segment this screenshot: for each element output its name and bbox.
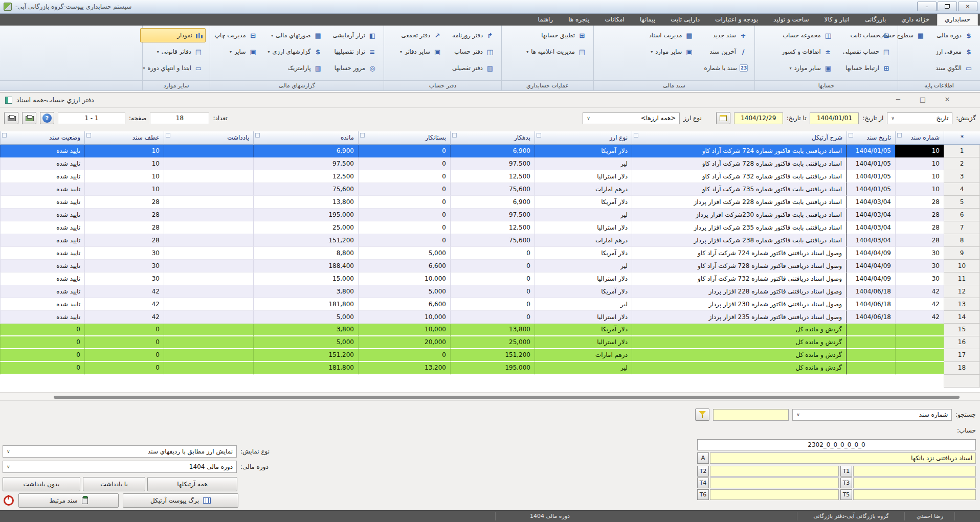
ribbon-button-سایر[interactable]: ▣سایر▾ — [212, 44, 260, 59]
all-articles-button[interactable]: همه آرتیکلها — [147, 477, 237, 491]
cell-status[interactable]: تایید شده — [0, 196, 84, 209]
cell-ref[interactable]: 0 — [84, 336, 164, 349]
cell-desc[interactable]: گردش و مانده کل — [632, 324, 847, 336]
cell-desc[interactable]: وصول اسناد دریافتنی فاکتور شماره 228 افز… — [632, 285, 847, 298]
cell-bal[interactable]: 3,800 — [253, 324, 358, 336]
ribbon-button-تراز تفصیلیها[interactable]: ≡تراز تفصیلیها — [330, 44, 380, 59]
ribbon-button-سایر موارد[interactable]: ▣سایر موارد▾ — [647, 44, 697, 59]
cell-date[interactable]: 1404/01/05 — [847, 183, 895, 196]
exit-button[interactable] — [2, 494, 15, 507]
cell-credit[interactable]: 0 — [358, 145, 450, 157]
cell-desc[interactable]: گردش و مانده کل — [632, 336, 847, 349]
ribbon-button-مدیریت اسناد[interactable]: ▤مدیریت اسناد — [647, 28, 697, 42]
cell-status[interactable]: تایید شده — [0, 234, 84, 247]
table-row[interactable]: 13421404/06/18وصول اسناد دریافتنی فاکتور… — [0, 298, 980, 311]
cell-credit[interactable]: 0 — [358, 170, 450, 183]
ribbon-button-ابتدا و انتهاي دوره[interactable]: ▭ابتدا و انتهاي دوره▾ — [140, 61, 206, 75]
print-preview-button[interactable] — [22, 112, 36, 124]
table-row[interactable]: 17گردش و مانده کلدرهم امارات151,2000151,… — [0, 349, 980, 362]
cell-desc[interactable]: اسناد دریافتنی بابت فاکتور شماره 724 شرک… — [632, 145, 847, 157]
cell-debit[interactable]: 97,500 — [450, 157, 534, 170]
cell-debit[interactable]: 75,600 — [450, 234, 534, 247]
cell-cur[interactable]: درهم امارات — [534, 349, 632, 362]
cell-credit[interactable]: 0 — [358, 183, 450, 196]
cell-docno[interactable] — [895, 362, 944, 375]
cell-bal[interactable]: 8,800 — [253, 247, 358, 260]
cell-ref[interactable]: 42 — [84, 298, 164, 311]
cell-debit[interactable]: 0 — [450, 260, 534, 273]
cell-date[interactable]: 1404/01/05 — [847, 145, 895, 157]
cell-ref[interactable]: 28 — [84, 234, 164, 247]
cell-debit[interactable]: 151,200 — [450, 349, 534, 362]
cell-status[interactable]: تایید شده — [0, 273, 84, 285]
table-row[interactable]: 1101404/01/05اسناد دریافتنی بابت فاکتور … — [0, 145, 980, 157]
cell-docno[interactable] — [895, 349, 944, 362]
account-a-field[interactable]: اسناد دریافتنی نزد بانکها — [710, 452, 976, 464]
column-header-debit[interactable]: بدهکار — [450, 131, 534, 145]
ribbon-button-صورتهاي مالی[interactable]: ▤صورتهاي مالی▾ — [265, 28, 325, 42]
ribbon-button-معرفی ارز[interactable]: $معرفی ارز — [933, 44, 976, 59]
cell-docno[interactable]: 30 — [895, 273, 944, 285]
menu-tab-بازرگانی[interactable]: بازرگانی — [857, 14, 894, 26]
ribbon-button-مجموعه حساب[interactable]: ◫مجموعه حساب — [779, 28, 835, 42]
cell-status[interactable]: تایید شده — [0, 260, 84, 273]
cell-date[interactable] — [847, 336, 895, 349]
cell-desc[interactable]: وصول اسناد دریافتنی فاکتور شماره 230 افز… — [632, 298, 847, 311]
search-field-combo[interactable]: شماره سند ∨ — [792, 409, 952, 421]
ribbon-button-مرور حسابها[interactable]: ◎مرور حسابها — [330, 61, 380, 75]
cell-num[interactable]: 1 — [944, 145, 980, 157]
cell-note[interactable] — [164, 311, 253, 324]
cell-date[interactable]: 1404/06/18 — [847, 285, 895, 298]
cell-note[interactable] — [164, 209, 253, 221]
cell-desc[interactable]: اسناد دریافتنی بابت فاکتور شماره 735 شرک… — [632, 183, 847, 196]
cell-num[interactable]: 18 — [944, 362, 980, 375]
table-row[interactable]: 11301404/04/09وصول اسناد دریافتنی فاکتور… — [0, 273, 980, 285]
cell-debit[interactable]: 75,600 — [450, 183, 534, 196]
menu-tab-امکانات[interactable]: امکانات — [597, 14, 632, 26]
cell-note[interactable] — [164, 145, 253, 157]
cell-note[interactable] — [164, 260, 253, 273]
ribbon-button-دفتر روزنامه[interactable]: ↱دفتر روزنامه — [450, 28, 497, 42]
cell-bal[interactable]: 12,500 — [253, 170, 358, 183]
cell-cur[interactable]: دلار استرالیا — [534, 221, 632, 234]
menu-tab-راهنما[interactable]: راهنما — [530, 14, 561, 26]
cell-num[interactable]: 5 — [944, 196, 980, 209]
cell-num[interactable]: 11 — [944, 273, 980, 285]
cell-num[interactable]: 16 — [944, 336, 980, 349]
horizontal-scrollbar[interactable] — [0, 392, 980, 401]
cell-cur[interactable]: درهم امارات — [534, 183, 632, 196]
cell-status[interactable]: تایید شده — [0, 157, 84, 170]
cell-docno[interactable]: 10 — [895, 145, 944, 157]
cell-num[interactable]: 8 — [944, 234, 980, 247]
ribbon-button-نمودار[interactable]: نمودار — [140, 28, 206, 42]
cell-ref[interactable]: 30 — [84, 247, 164, 260]
cell-ref[interactable]: 28 — [84, 196, 164, 209]
cell-cur[interactable]: دلار استرالیا — [534, 336, 632, 349]
cell-ref[interactable]: 0 — [84, 362, 164, 375]
fiscal-period-combo[interactable]: دوره مالی 1404 ∨ — [3, 461, 237, 473]
cell-date[interactable]: 1404/06/18 — [847, 311, 895, 324]
cell-note[interactable] — [164, 234, 253, 247]
cell-bal[interactable]: 25,000 — [253, 221, 358, 234]
column-header-docno[interactable]: شماره سند — [895, 131, 944, 145]
cell-note[interactable] — [164, 273, 253, 285]
cell-date[interactable] — [847, 362, 895, 375]
menu-tab-پنجره ها[interactable]: پنجره ها — [561, 14, 597, 26]
cell-debit[interactable]: 25,000 — [450, 336, 534, 349]
cell-docno[interactable]: 10 — [895, 170, 944, 183]
cell-note[interactable] — [164, 285, 253, 298]
cell-bal[interactable]: 195,000 — [253, 209, 358, 221]
ribbon-button-گزارشهاي ارزي[interactable]: $گزارشهاي ارزي▾ — [265, 44, 325, 59]
cell-note[interactable] — [164, 362, 253, 375]
to-date-input[interactable]: 1404/12/29 — [734, 112, 783, 124]
cell-bal[interactable]: 97,500 — [253, 157, 358, 170]
cell-debit[interactable]: 12,500 — [450, 170, 534, 183]
ribbon-button-سند با شماره[interactable]: 23سند با شماره — [701, 61, 750, 75]
cell-docno[interactable]: 30 — [895, 260, 944, 273]
cell-credit[interactable]: 10,000 — [358, 324, 450, 336]
cell-debit[interactable]: 12,500 — [450, 221, 534, 234]
cell-num[interactable]: 17 — [944, 349, 980, 362]
table-row[interactable]: 4101404/01/05اسناد دریافتنی بابت فاکتور … — [0, 183, 980, 196]
cell-num[interactable]: 3 — [944, 170, 980, 183]
cell-debit[interactable]: 6,900 — [450, 196, 534, 209]
